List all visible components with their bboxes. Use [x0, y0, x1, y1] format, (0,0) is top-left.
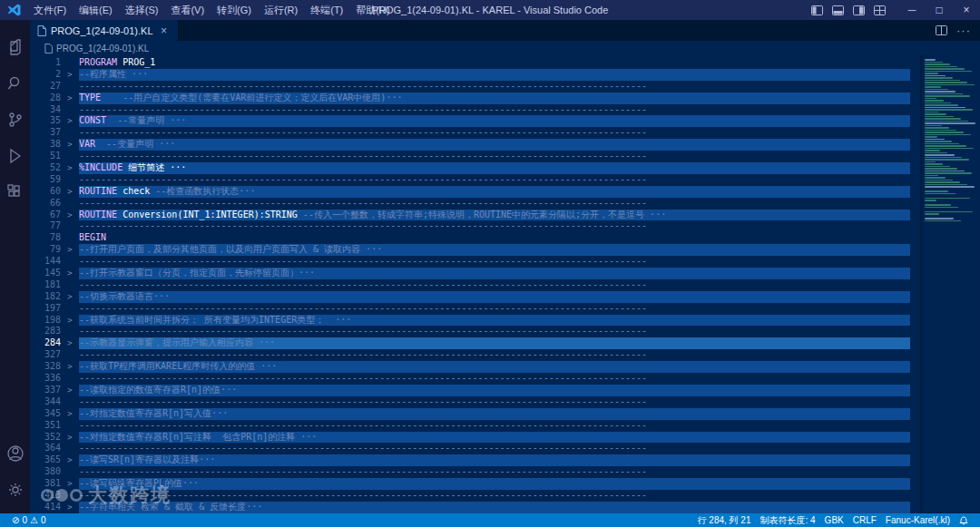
- line-number[interactable]: 337: [30, 385, 61, 396]
- line-number[interactable]: 35: [30, 115, 61, 127]
- fold-chevron-icon[interactable]: >: [61, 385, 79, 396]
- code-line-content[interactable]: --打开示教器窗口（分页，指定页面，先标停留页面）···: [79, 268, 910, 279]
- settings-gear-icon[interactable]: [0, 472, 30, 508]
- line-number[interactable]: 79: [30, 244, 61, 256]
- customize-layout-icon[interactable]: [874, 5, 886, 15]
- line-number[interactable]: 67: [30, 210, 61, 221]
- line-number[interactable]: 284: [30, 337, 61, 349]
- minimap[interactable]: [920, 55, 980, 513]
- code-line[interactable]: 283-------------------------------------…: [30, 326, 920, 337]
- line-number[interactable]: 327: [30, 349, 61, 361]
- menu-item[interactable]: 帮助(H): [349, 0, 396, 20]
- encoding-setting[interactable]: GBK: [820, 513, 848, 527]
- indentation-setting[interactable]: 制表符长度: 4: [755, 513, 819, 527]
- code-line[interactable]: 284>--示教器显示弹窗，提示用户输入相应内容 ···: [30, 337, 920, 349]
- code-line[interactable]: 182>--切换示教器语言···: [30, 291, 920, 303]
- code-line-content[interactable]: ----------------------------------------…: [79, 373, 910, 385]
- code-line[interactable]: 78BEGIN: [30, 232, 920, 244]
- toggle-sidebar-icon[interactable]: [811, 5, 823, 15]
- code-line-content[interactable]: ----------------------------------------…: [79, 256, 910, 268]
- line-number[interactable]: 380: [30, 466, 61, 478]
- line-number[interactable]: 365: [30, 454, 61, 466]
- fold-chevron-icon[interactable]: >: [61, 244, 79, 256]
- line-number[interactable]: 1: [30, 57, 61, 69]
- explorer-icon[interactable]: [0, 29, 30, 65]
- close-button[interactable]: ×: [953, 0, 980, 20]
- code-line-content[interactable]: ROUTINE Conversion(INT_1:INTEGER):STRING…: [79, 210, 910, 221]
- line-number[interactable]: 34: [30, 104, 61, 116]
- code-line-content[interactable]: --示教器显示弹窗，提示用户输入相应内容 ···: [79, 337, 910, 349]
- code-line[interactable]: 2>--程序属性 ···: [30, 69, 920, 81]
- code-line[interactable]: 381>--读写码垛寄存器PL的值···: [30, 478, 920, 490]
- code-line-content[interactable]: BEGIN: [79, 232, 910, 244]
- code-line-content[interactable]: TYPE --用户自定义类型(需要在VAR前进行定义；定义后在VAR中使用)··…: [79, 93, 910, 104]
- fold-chevron-icon[interactable]: >: [61, 408, 79, 420]
- fold-chevron-icon[interactable]: >: [61, 361, 79, 373]
- code-line-content[interactable]: ----------------------------------------…: [79, 151, 910, 162]
- line-number[interactable]: 413: [30, 490, 61, 502]
- code-line[interactable]: 327-------------------------------------…: [30, 349, 920, 361]
- code-line-content[interactable]: --程序属性 ···: [79, 69, 910, 81]
- code-line-content[interactable]: ROUTINE check --检查函数执行状态···: [79, 186, 910, 198]
- code-line-content[interactable]: --读写SR[n]寄存器以及注释···: [79, 454, 910, 466]
- line-number[interactable]: 28: [30, 93, 61, 104]
- breadcrumb[interactable]: PROG_1(24-09-01).KL: [30, 41, 980, 55]
- line-number[interactable]: 182: [30, 291, 61, 303]
- code-line-content[interactable]: --切换示教器语言···: [79, 291, 910, 303]
- source-control-icon[interactable]: [0, 102, 30, 138]
- code-line-content[interactable]: ----------------------------------------…: [79, 349, 910, 361]
- code-line-content[interactable]: ----------------------------------------…: [79, 303, 910, 315]
- line-number[interactable]: 2: [30, 69, 61, 81]
- code-line-content[interactable]: ----------------------------------------…: [79, 104, 910, 116]
- tab-prog1[interactable]: PROG_1(24-09-01).KL ×: [30, 20, 179, 41]
- code-line-content[interactable]: --对指定数值寄存器R[n]写注释 包含PR[n]的注释 ···: [79, 432, 910, 444]
- fold-chevron-icon[interactable]: >: [61, 478, 79, 490]
- code-line[interactable]: 37--------------------------------------…: [30, 127, 920, 139]
- code-line-content[interactable]: --对指定数值寄存器R[n]写入值···: [79, 408, 910, 420]
- line-number[interactable]: 414: [30, 502, 61, 513]
- problems-indicator[interactable]: ⊘ 0 ⚠ 0: [7, 513, 50, 527]
- account-icon[interactable]: [0, 435, 30, 472]
- language-mode[interactable]: Fanuc-Karel(.kl): [881, 513, 955, 527]
- code-line-content[interactable]: ----------------------------------------…: [79, 279, 910, 291]
- fold-chevron-icon[interactable]: >: [61, 432, 79, 444]
- code-line[interactable]: 198>--获取系统当前时间并拆分； 所有变量均为INTEGER类型； ···: [30, 315, 920, 327]
- line-number[interactable]: 27: [30, 81, 61, 93]
- code-line-content[interactable]: --读取指定的数值寄存器R[n]的值···: [79, 385, 910, 396]
- code-line-content[interactable]: PROGRAM PROG_1: [79, 57, 910, 69]
- code-line-content[interactable]: VAR --变量声明 ···: [79, 139, 910, 151]
- code-editor[interactable]: 1PROGRAM PROG_12>--程序属性 ···27-----------…: [30, 55, 980, 513]
- code-line-content[interactable]: ----------------------------------------…: [79, 396, 910, 408]
- line-number[interactable]: 77: [30, 220, 61, 232]
- eol-setting[interactable]: CRLF: [848, 513, 881, 527]
- code-line[interactable]: 351-------------------------------------…: [30, 420, 920, 432]
- line-number[interactable]: 381: [30, 478, 61, 490]
- run-debug-icon[interactable]: [0, 138, 30, 174]
- code-line-content[interactable]: ----------------------------------------…: [79, 443, 910, 454]
- fold-chevron-icon[interactable]: >: [61, 454, 79, 466]
- line-number[interactable]: 198: [30, 315, 61, 327]
- code-line[interactable]: 79>--打开用户页面，及部分其他页面，以及向用户页面写入 & 读取内容 ···: [30, 244, 920, 256]
- cursor-position[interactable]: 行 284, 列 21: [693, 513, 756, 527]
- code-line-content[interactable]: CONST --常量声明 ···: [79, 115, 910, 127]
- code-line[interactable]: 336-------------------------------------…: [30, 373, 920, 385]
- code-line[interactable]: 337>--读取指定的数值寄存器R[n]的值···: [30, 385, 920, 396]
- fold-chevron-icon[interactable]: >: [61, 69, 79, 81]
- minimize-button[interactable]: ─: [898, 0, 926, 20]
- fold-chevron-icon[interactable]: >: [61, 502, 79, 513]
- code-line-content[interactable]: --字符串相关 检索 & 截取 & 反馈长度···: [79, 502, 910, 513]
- code-line[interactable]: 67>ROUTINE Conversion(INT_1:INTEGER):STR…: [30, 210, 920, 221]
- fold-chevron-icon[interactable]: >: [61, 210, 79, 221]
- line-number[interactable]: 328: [30, 361, 61, 373]
- extensions-icon[interactable]: [0, 174, 30, 210]
- code-line-content[interactable]: --读写码垛寄存器PL的值···: [79, 478, 910, 490]
- code-line[interactable]: 145>--打开示教器窗口（分页，指定页面，先标停留页面）···: [30, 268, 920, 279]
- line-number[interactable]: 51: [30, 151, 61, 162]
- code-line-content[interactable]: --打开用户页面，及部分其他页面，以及向用户页面写入 & 读取内容 ···: [79, 244, 910, 256]
- code-line[interactable]: 1PROGRAM PROG_1: [30, 57, 920, 69]
- code-line-content[interactable]: ----------------------------------------…: [79, 198, 910, 210]
- code-line[interactable]: 52>%INCLUDE 细节简述 ···: [30, 162, 920, 174]
- code-line[interactable]: 413-------------------------------------…: [30, 490, 920, 502]
- code-line[interactable]: 60>ROUTINE check --检查函数执行状态···: [30, 186, 920, 198]
- menu-item[interactable]: 转到(G): [211, 0, 258, 20]
